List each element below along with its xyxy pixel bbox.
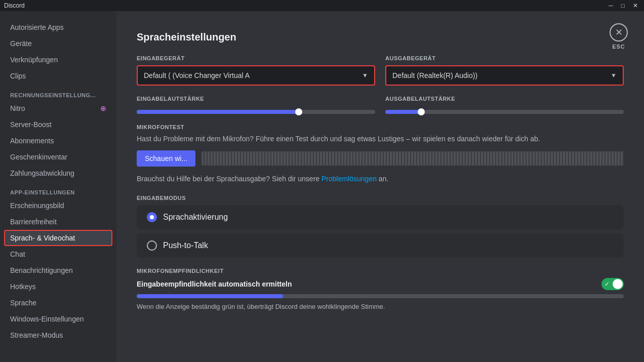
sidebar: Autorisierte Apps Geräte Verknüpfungen C… [0,11,116,362]
input-volume-col: Eingabelautstärke [137,96,375,114]
output-volume-thumb[interactable] [418,108,425,115]
radio-label-sprachaktivierung: Sprachaktivierung [163,213,228,222]
input-volume-fill [137,110,299,114]
sensitivity-row: Eingabeempfindlichkeit automatisch ermit… [137,278,624,290]
sidebar-item-geschenkinventar[interactable]: Geschenkinventar [4,149,112,165]
output-volume-fill [385,110,421,114]
output-device-chevron-icon: ▼ [611,72,617,79]
sidebar-item-benachrichtigungen[interactable]: Benachrichtigungen [4,262,112,278]
input-mode-section: Eingabemodus Sprachaktivierung Push-to-T… [137,195,624,258]
output-device-value: Default (Realtek(R) Audio)) [392,71,607,79]
radio-push-to-talk[interactable]: Push-to-Talk [137,233,624,258]
sidebar-item-windows-einstellungen[interactable]: Windows-Einstellungen [4,311,112,327]
input-volume-slider[interactable] [137,110,375,114]
mic-test-row: Schauen wi... [137,150,624,167]
help-text-after: an. [377,175,388,183]
input-device-chevron-icon: ▼ [362,72,368,79]
close-button[interactable]: ✕ [631,2,640,9]
mic-test-label: Mikrofontest [137,124,624,130]
help-text-before: Brauchst du Hilfe bei der Sprachausgabe?… [137,175,321,183]
input-volume-label: Eingabelautstärke [137,96,375,102]
sensitivity-section: Mikrofonempfindlichkeit Eingabeempfindli… [137,268,624,311]
sidebar-item-autorisierte-apps[interactable]: Autorisierte Apps [4,19,112,35]
sensitivity-toggle[interactable]: ✓ [601,278,624,290]
mic-test-description: Hast du Probleme mit dem Mikrofon? Führe… [137,134,624,144]
esc-circle-icon: ✕ [610,23,628,42]
input-device-col: Eingabegerät Default ( (Voice Changer Vi… [137,55,375,86]
sidebar-item-clips[interactable]: Clips [4,68,112,84]
help-link[interactable]: Problemlösungen [321,175,377,183]
sidebar-item-streamer-modus[interactable]: Streamer-Modus [4,327,112,343]
billing-section-label: Rechnungseinstellung... [4,84,112,100]
sidebar-item-geraete[interactable]: Geräte [4,35,112,52]
title-bar: Discord ─ □ ✕ [0,0,644,11]
radio-label-push-to-talk: Push-to-Talk [163,241,208,250]
minimize-button[interactable]: ─ [607,2,615,9]
app-section-label: App-Einstellungen [4,181,112,197]
input-device-select[interactable]: Default ( (Voice Changer Virtual A ▼ [137,65,375,86]
help-text: Brauchst du Hilfe bei der Sprachausgabe?… [137,175,624,183]
sidebar-item-sprach-videochat[interactable]: Sprach- & Videochat [4,230,112,246]
input-device-label: Eingabegerät [137,55,375,61]
app-title: Discord [4,2,25,9]
sidebar-item-sprache[interactable]: Sprache [4,295,112,311]
page-title: Spracheinstellungen [137,31,624,43]
sidebar-item-erscheinungsbild[interactable]: Erscheinungsbild [4,197,112,214]
main-content: Spracheinstellungen ✕ ESC Eingabegerät D… [116,11,644,362]
devices-row: Eingabegerät Default ( (Voice Changer Vi… [137,55,624,86]
sensitivity-slider[interactable] [137,294,624,298]
sidebar-item-zahlungsabwicklung[interactable]: Zahlungsabwicklung [4,165,112,181]
sensitivity-title: Eingabeempfindlichkeit automatisch ermit… [137,280,292,288]
maximize-button[interactable]: □ [619,2,627,9]
mic-level-bar [202,151,624,166]
toggle-checkmark-icon: ✓ [605,280,610,288]
app-body: Autorisierte Apps Geräte Verknüpfungen C… [0,11,644,362]
input-device-value: Default ( (Voice Changer Virtual A [144,71,358,79]
esc-label: ESC [612,44,625,50]
radio-circle-push-to-talk [147,240,157,251]
sidebar-item-server-boost[interactable]: Server-Boost [4,116,112,133]
sidebar-item-verknuepfungen[interactable]: Verknüpfungen [4,52,112,68]
output-device-label: Ausgabegerät [385,55,624,61]
output-volume-label: Ausgabelautstärke [385,96,624,102]
mic-test-button[interactable]: Schauen wi... [137,150,195,167]
sidebar-item-nitro[interactable]: Nitro ⊕ [4,100,112,116]
output-volume-col: Ausgabelautstärke [385,96,624,114]
sidebar-item-hotkeys[interactable]: Hotkeys [4,278,112,295]
sidebar-item-barrierefreiheit[interactable]: Barrierefreiheit [4,214,112,230]
radio-sprachaktivierung[interactable]: Sprachaktivierung [137,205,624,229]
radio-circle-sprachaktivierung [147,212,157,222]
esc-button[interactable]: ✕ ESC [610,23,628,50]
sensitivity-note: Wenn die Anzeige beständig grün ist, übe… [137,302,624,311]
nitro-badge: ⊕ [100,104,106,112]
sensitivity-fill [137,294,283,298]
output-device-col: Ausgabegerät Default (Realtek(R) Audio))… [385,55,624,86]
input-mode-label: Eingabemodus [137,195,624,201]
output-volume-slider[interactable] [385,110,624,114]
input-volume-thumb[interactable] [295,108,302,115]
sidebar-item-chat[interactable]: Chat [4,246,112,262]
volume-row: Eingabelautstärke Ausgabelautstärke [137,96,624,114]
output-device-select[interactable]: Default (Realtek(R) Audio)) ▼ [385,65,624,86]
sidebar-item-abonnements[interactable]: Abonnements [4,133,112,149]
window-controls: ─ □ ✕ [607,2,640,9]
sensitivity-label: Mikrofonempfindlichkeit [137,268,624,274]
